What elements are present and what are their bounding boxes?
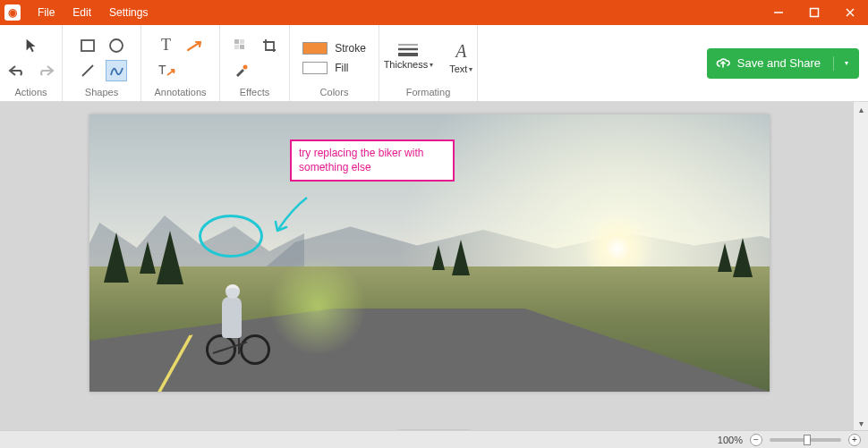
group-label: Colors: [320, 87, 349, 99]
group-effects: Effects: [220, 25, 290, 101]
chevron-down-icon: ▾: [430, 61, 433, 69]
titlebar: ◉ File Edit Settings: [0, 0, 868, 25]
rectangle-tool-icon[interactable]: [78, 36, 98, 55]
chevron-down-icon: ▾: [845, 59, 848, 67]
color-picker-tool-icon[interactable]: [231, 61, 251, 80]
svg-point-5: [110, 39, 123, 52]
svg-rect-8: [234, 39, 239, 44]
svg-rect-1: [811, 9, 819, 17]
svg-rect-10: [234, 45, 239, 49]
fill-swatch[interactable]: [302, 62, 328, 74]
stroke-swatch[interactable]: [302, 42, 328, 55]
scroll-down-icon[interactable]: ▾: [854, 416, 868, 430]
vertical-scrollbar[interactable]: ▴ ▾: [854, 102, 868, 430]
annotation-ellipse[interactable]: [199, 215, 263, 258]
close-button[interactable]: [832, 0, 868, 25]
save-label: Save and Share: [737, 56, 821, 70]
cloud-upload-icon: [716, 56, 730, 71]
svg-line-6: [82, 65, 93, 76]
zoom-level: 100%: [718, 435, 743, 445]
chevron-down-icon: ▾: [469, 65, 472, 73]
crop-tool-icon[interactable]: [260, 36, 279, 55]
group-label: Annotations: [154, 87, 206, 99]
zoom-in-button[interactable]: +: [848, 434, 861, 446]
text-format-dropdown[interactable]: A Text▾: [449, 41, 472, 74]
camera-icon: ◉: [4, 4, 21, 21]
ellipse-tool-icon[interactable]: [106, 36, 126, 55]
arrow-tool-icon[interactable]: [185, 36, 205, 55]
redo-icon[interactable]: [36, 61, 55, 80]
select-tool-icon[interactable]: [21, 36, 41, 55]
thickness-dropdown[interactable]: Thickness▾: [384, 41, 434, 74]
fill-color-row[interactable]: Fill: [302, 62, 348, 74]
ribbon: Actions Shapes T T Annotations: [0, 25, 868, 102]
window-controls: [761, 0, 868, 25]
group-annotations: T T Annotations: [141, 25, 220, 101]
save-dropdown[interactable]: ▾: [834, 59, 859, 67]
annotation-text-box[interactable]: try replacing the biker with something e…: [290, 139, 455, 182]
zoom-slider[interactable]: [770, 438, 841, 442]
fill-label: Fill: [335, 62, 348, 74]
svg-rect-11: [240, 45, 244, 49]
canvas[interactable]: try replacing the biker with something e…: [89, 114, 770, 392]
text-tool-icon[interactable]: T: [157, 36, 176, 55]
group-actions: Actions: [0, 25, 63, 101]
minimize-button[interactable]: [761, 0, 796, 25]
pixelate-tool-icon[interactable]: [231, 36, 251, 55]
curve-tool-icon[interactable]: [106, 61, 126, 80]
svg-text:T: T: [158, 63, 166, 77]
svg-point-12: [243, 64, 247, 69]
thickness-icon: [396, 41, 420, 57]
workspace: try replacing the biker with something e…: [0, 102, 868, 448]
stroke-label: Stroke: [335, 42, 366, 55]
menu-settings[interactable]: Settings: [102, 4, 155, 21]
zoom-out-button[interactable]: −: [750, 434, 762, 446]
menu-file[interactable]: File: [30, 4, 62, 21]
group-formatting: Thickness▾ A Text▾ Formating: [379, 25, 478, 101]
text-arrow-tool-icon[interactable]: T: [157, 61, 176, 80]
group-label: Formating: [406, 87, 451, 99]
undo-icon[interactable]: [7, 61, 27, 80]
save-and-share-button[interactable]: Save and Share ▾: [707, 48, 859, 79]
group-label: Actions: [14, 87, 47, 99]
biker-figure: [206, 258, 268, 365]
main-menu: File Edit Settings: [30, 4, 155, 21]
app-icon: ◉: [0, 0, 25, 25]
svg-rect-9: [240, 39, 244, 44]
zoom-slider-thumb[interactable]: [804, 435, 811, 445]
scroll-up-icon[interactable]: ▴: [854, 102, 868, 116]
menu-edit[interactable]: Edit: [65, 4, 98, 21]
line-tool-icon[interactable]: [78, 61, 98, 80]
group-colors: Stroke Fill Colors: [290, 25, 379, 101]
group-label: Shapes: [85, 87, 118, 99]
text-format-icon: A: [455, 41, 466, 62]
stroke-color-row[interactable]: Stroke: [302, 42, 366, 55]
group-label: Effects: [240, 87, 269, 99]
svg-rect-4: [81, 40, 94, 51]
group-shapes: Shapes: [63, 25, 141, 101]
status-bar: 100% − +: [0, 430, 868, 448]
maximize-button[interactable]: [796, 0, 832, 25]
save-area: Save and Share ▾: [707, 25, 868, 101]
annotation-arrow[interactable]: [267, 193, 311, 238]
